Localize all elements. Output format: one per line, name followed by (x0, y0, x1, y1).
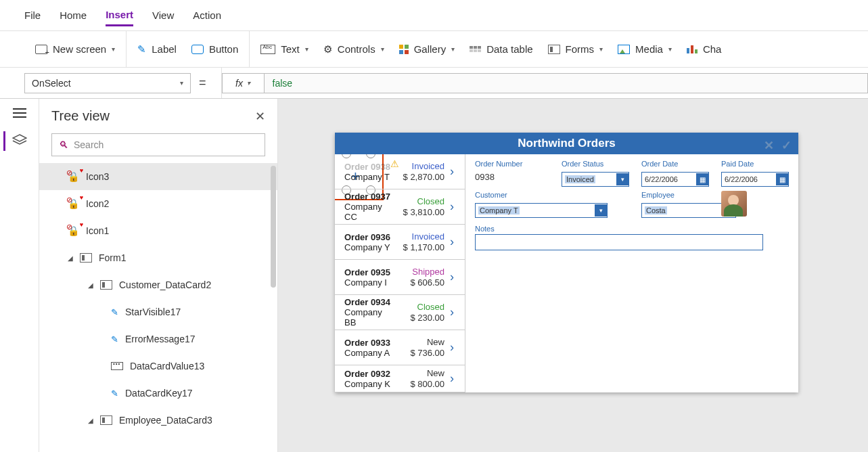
fx-label: fx (235, 78, 243, 89)
order-title: Order 0935 (344, 267, 396, 277)
tree-node-starvisible17[interactable]: ✎ StarVisible17 (39, 298, 277, 325)
order-status: Shipped (396, 267, 444, 277)
order-status: New (396, 368, 444, 378)
order-company: Company T (344, 172, 396, 182)
paid-date-picker[interactable]: 6/22/2006▦ (721, 172, 789, 187)
forms-button[interactable]: Forms ▾ (548, 43, 603, 55)
tree-node-customer-datacard2[interactable]: ◢ Customer_DataCard2 (39, 271, 277, 298)
chevron-down-icon: ▾ (668, 45, 672, 53)
label-button[interactable]: ✎ Label (137, 43, 177, 55)
menu-home[interactable]: Home (60, 5, 87, 25)
controls-button[interactable]: ⚙ Controls ▾ (323, 43, 384, 55)
datacard-icon (100, 415, 112, 425)
equals-label: = (191, 76, 214, 90)
menu-action[interactable]: Action (193, 5, 221, 25)
formula-input[interactable]: false (264, 73, 868, 93)
chevron-down-icon: ▾ (180, 79, 183, 87)
tree-node-icon2[interactable]: 🔒⊘♥ Icon2 (39, 190, 277, 217)
order-number-value: 0938 (475, 172, 549, 182)
menu-file[interactable]: File (24, 5, 41, 25)
close-icon[interactable]: ✕ (255, 109, 265, 124)
app-header: Northwind Orders ✕ ✓ (335, 133, 798, 154)
collapse-icon: ◢ (88, 281, 93, 289)
combo-value: Company T (478, 206, 520, 214)
label-icon: ✎ (137, 43, 146, 55)
hamburger-icon[interactable] (13, 108, 26, 118)
tree-node-label: Icon2 (86, 198, 109, 209)
order-row[interactable]: Order 0937Company CC Closed$ 3,810.00 › (335, 189, 465, 225)
forms-icon (548, 45, 560, 54)
order-title: Order 0937 (344, 191, 396, 202)
order-status: New (396, 337, 444, 347)
cancel-icon[interactable]: ✕ (764, 138, 774, 153)
button-icon (191, 45, 204, 54)
order-row[interactable]: Order 0932Company K New$ 800.00 › (335, 365, 465, 392)
fx-button[interactable]: fx ▾ (222, 73, 264, 93)
tree-node-label: Icon1 (86, 225, 109, 236)
notes-input[interactable] (475, 234, 763, 250)
order-amount: $ 230.00 (410, 313, 444, 323)
tree-search-input[interactable]: 🔍︎ Search (51, 133, 265, 156)
order-company: Company I (344, 277, 396, 288)
gallery-icon (399, 45, 409, 54)
order-row[interactable]: Order 0936Company Y Invoiced$ 1,170.00 › (335, 225, 465, 260)
chart-icon (687, 45, 698, 53)
tree-node-datacardvalue13[interactable]: DataCardValue13 (39, 353, 277, 380)
data-table-button[interactable]: Data table (470, 43, 532, 55)
tree-node-datacardkey17[interactable]: ✎ DataCardKey17 (39, 380, 277, 407)
gallery-button[interactable]: Gallery ▾ (399, 43, 455, 55)
menu-view[interactable]: View (152, 5, 174, 25)
label-icon: ✎ (111, 334, 118, 344)
order-date-picker[interactable]: 6/22/2006▦ (641, 172, 709, 187)
chevron-down-icon: ▾ (599, 45, 603, 53)
chevron-down-icon: ▾ (451, 45, 455, 53)
order-status-combo[interactable]: Invoiced▾ (562, 172, 629, 187)
customer-combo[interactable]: Company T▾ (475, 203, 608, 218)
tree-node-icon1[interactable]: 🔒⊘♥ Icon1 (39, 217, 277, 244)
orders-gallery[interactable]: + ⚠ Order 0938Company T Invoiced$ 2,870.… (335, 154, 465, 392)
order-row[interactable]: ⚠ Order 0938Company T Invoiced$ 2,870.00… (335, 154, 465, 189)
order-amount: $ 1,170.00 (403, 242, 444, 252)
button-button[interactable]: Button (191, 43, 238, 55)
text-label: Text (281, 43, 300, 55)
order-title: Order 0932 (344, 369, 396, 379)
text-button[interactable]: Abc Text ▾ (260, 43, 309, 55)
tree-node-errormessage17[interactable]: ✎ ErrorMessage17 (39, 325, 277, 353)
tree-node-form1[interactable]: ◢ Form1 (39, 244, 277, 271)
property-selector[interactable]: OnSelect ▾ (24, 73, 191, 93)
new-screen-button[interactable]: + New screen ▾ (35, 43, 115, 55)
order-row[interactable]: Order 0934Company BB Closed$ 230.00 › (335, 295, 465, 330)
order-row[interactable]: Order 0935Company I Shipped$ 606.50 › (335, 260, 465, 295)
chart-button[interactable]: Cha (687, 43, 722, 55)
customer-label: Customer (475, 191, 549, 199)
tree-view-icon[interactable] (3, 131, 27, 151)
submit-icon[interactable]: ✓ (781, 138, 792, 153)
order-amount: $ 736.00 (410, 348, 444, 358)
forms-label: Forms (566, 43, 595, 55)
combobox-icon (111, 362, 123, 370)
chevron-down-icon: ▾ (247, 79, 250, 87)
order-status: Closed (396, 196, 444, 206)
tree-node-label: Employee_DataCard3 (119, 415, 212, 426)
tree-node-employee-datacard3[interactable]: ◢ Employee_DataCard3 (39, 407, 277, 434)
text-icon: Abc (260, 45, 275, 54)
property-name: OnSelect (32, 78, 71, 89)
order-company: Company CC (344, 202, 396, 222)
tree-node-label: Form1 (99, 252, 126, 263)
label-icon: ✎ (111, 307, 118, 317)
employee-label: Employee (641, 191, 709, 199)
order-status-label: Order Status (562, 160, 629, 168)
tree-node-icon3[interactable]: 🔒⊘♥ Icon3 (39, 163, 277, 190)
menu-insert[interactable]: Insert (106, 5, 133, 26)
new-screen-label: New screen (53, 43, 106, 55)
canvas[interactable]: Northwind Orders ✕ ✓ + ⚠ Order 0938Compa… (278, 99, 868, 452)
date-value: 6/22/2006 (725, 175, 758, 183)
scrollbar[interactable] (271, 166, 276, 288)
order-row[interactable]: Order 0933Company A New$ 736.00 › (335, 330, 465, 365)
calendar-icon: ▦ (696, 173, 708, 185)
media-button[interactable]: Media ▾ (618, 43, 672, 55)
chevron-down-icon: ▾ (595, 204, 607, 217)
chevron-right-icon: › (444, 305, 459, 319)
order-amount: $ 2,870.00 (403, 172, 444, 182)
tree-node-label: DataCardKey17 (125, 388, 193, 399)
